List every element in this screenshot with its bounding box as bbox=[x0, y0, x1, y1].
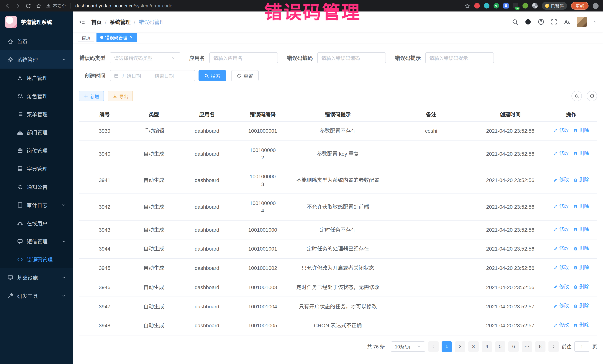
header-search-icon[interactable] bbox=[512, 18, 518, 25]
sidebar-item-sms[interactable]: 短信管理 bbox=[0, 232, 73, 250]
delete-link[interactable]: 删除 bbox=[573, 245, 589, 252]
delete-link[interactable]: 删除 bbox=[573, 322, 589, 329]
help-icon[interactable] bbox=[538, 18, 544, 25]
edit-link[interactable]: 修改 bbox=[553, 245, 569, 252]
search-button[interactable]: 搜索 bbox=[198, 70, 226, 81]
avatar-caret-icon[interactable] bbox=[593, 20, 597, 23]
edit-link[interactable]: 修改 bbox=[553, 322, 569, 329]
edit-link[interactable]: 修改 bbox=[553, 283, 569, 290]
edit-icon bbox=[553, 151, 558, 156]
green-v-extension-icon[interactable]: V bbox=[493, 3, 499, 9]
message-icon bbox=[17, 238, 23, 244]
filter-group-code: 错误码编码 请输入错误码编码 bbox=[287, 52, 386, 63]
page-button-8[interactable]: 8 bbox=[535, 342, 545, 352]
goto-page-input[interactable]: 1 bbox=[574, 342, 589, 352]
address-bar[interactable]: dashboard.yudao.iocoder.cn/system/error-… bbox=[75, 3, 172, 8]
edit-link[interactable]: 修改 bbox=[553, 127, 569, 134]
page-ellipsis[interactable]: ··· bbox=[522, 342, 532, 352]
sidebar-item-post[interactable]: 岗位管理 bbox=[0, 141, 73, 159]
error-type-select[interactable]: 请选择错误码类型 bbox=[110, 52, 180, 63]
delete-link[interactable]: 删除 bbox=[573, 150, 589, 157]
delete-link[interactable]: 删除 bbox=[573, 203, 589, 210]
app-name-input[interactable]: 请输入应用名 bbox=[209, 52, 278, 63]
red-circle-extension-icon[interactable] bbox=[474, 3, 480, 9]
sidebar-fold-button[interactable] bbox=[79, 18, 85, 25]
user-avatar[interactable] bbox=[577, 16, 587, 27]
cell-msg: 定时任务的处理器已经存在 bbox=[289, 239, 387, 258]
sidebar-item-dept[interactable]: 部门管理 bbox=[0, 123, 73, 141]
paused-badge[interactable]: 已暂停 bbox=[542, 2, 567, 10]
browser-update-button[interactable]: 更新 bbox=[571, 2, 589, 10]
edit-link[interactable]: 修改 bbox=[553, 150, 569, 157]
blue-grid-extension-icon[interactable] bbox=[503, 3, 509, 9]
cell-code: 1001001001 bbox=[237, 239, 289, 258]
page-button-2[interactable]: 2 bbox=[455, 342, 465, 352]
prev-page-button[interactable] bbox=[428, 342, 439, 352]
edit-link[interactable]: 修改 bbox=[553, 203, 569, 210]
green-leaf-extension-icon[interactable] bbox=[522, 3, 528, 9]
browser-toolbar-right: Von 已暂停 更新 bbox=[464, 2, 599, 10]
cell-actions: 修改删除 bbox=[545, 141, 597, 167]
edit-link[interactable]: 修改 bbox=[553, 177, 569, 184]
sidebar-item-system[interactable]: 系统管理 bbox=[0, 50, 73, 69]
error-code-input[interactable]: 请输入错误码编码 bbox=[317, 52, 386, 63]
browser-home-icon[interactable] bbox=[36, 3, 42, 9]
breadcrumb-item[interactable]: 首页 bbox=[91, 18, 102, 25]
security-indicator[interactable]: 不安全 bbox=[46, 3, 66, 9]
tab-home[interactable]: 首页 bbox=[78, 33, 94, 42]
edit-link[interactable]: 修改 bbox=[553, 226, 569, 233]
error-msg-input[interactable]: 请输入错误码提示 bbox=[425, 52, 494, 63]
refresh-table-button[interactable] bbox=[587, 91, 597, 101]
column-header: 类型 bbox=[130, 107, 177, 121]
delete-link[interactable]: 删除 bbox=[573, 127, 589, 134]
sidebar-item-audit-log[interactable]: 审计日志 bbox=[0, 196, 73, 214]
refresh-icon bbox=[590, 94, 594, 99]
delete-link[interactable]: 删除 bbox=[573, 226, 589, 233]
toggle-search-button[interactable] bbox=[571, 91, 582, 101]
font-size-icon[interactable] bbox=[564, 18, 570, 25]
table-body: 3939手动编辑dashboard1001000001参数配置不存在ceshi2… bbox=[79, 121, 597, 335]
next-page-button[interactable] bbox=[548, 342, 559, 352]
sidebar-item-user[interactable]: 用户管理 bbox=[0, 69, 73, 87]
sidebar-item-home[interactable]: 首页 bbox=[0, 32, 73, 50]
dark-on-extension-icon[interactable]: on bbox=[513, 3, 518, 9]
breadcrumb-item[interactable]: 系统管理 bbox=[110, 18, 131, 25]
browser-reload-icon[interactable] bbox=[25, 3, 31, 9]
export-button[interactable]: 导出 bbox=[108, 91, 133, 101]
delete-link[interactable]: 删除 bbox=[573, 177, 589, 184]
tab-error-code[interactable]: 错误码管理 bbox=[96, 33, 137, 42]
sidebar-item-online-user[interactable]: 在线用户 bbox=[0, 214, 73, 232]
page-button-4[interactable]: 4 bbox=[482, 342, 492, 352]
page-button-1[interactable]: 1 bbox=[441, 342, 452, 352]
sidebar-item-notice[interactable]: 通知公告 bbox=[0, 177, 73, 196]
app-title: 芋道管理系统 bbox=[21, 18, 52, 26]
teal-drop-extension-icon[interactable] bbox=[484, 3, 489, 9]
page-button-3[interactable]: 3 bbox=[468, 342, 479, 352]
bookmark-star-icon[interactable] bbox=[464, 3, 470, 9]
delete-link[interactable]: 删除 bbox=[573, 264, 589, 271]
page-button-5[interactable]: 5 bbox=[495, 342, 505, 352]
delete-link[interactable]: 删除 bbox=[573, 303, 589, 310]
create-time-range-picker[interactable]: 开始日期 - 结束日期 bbox=[110, 70, 195, 81]
add-button[interactable]: 新增 bbox=[79, 91, 104, 101]
page-button-6[interactable]: 6 bbox=[508, 342, 519, 352]
reset-button[interactable]: 重置 bbox=[231, 70, 259, 81]
delete-link[interactable]: 删除 bbox=[573, 283, 589, 290]
browser-profile-avatar[interactable] bbox=[593, 3, 599, 9]
fullscreen-icon[interactable] bbox=[551, 18, 557, 25]
sidebar-item-menu[interactable]: 菜单管理 bbox=[0, 105, 73, 123]
page-size-select[interactable]: 10条/页 bbox=[391, 342, 425, 352]
close-icon[interactable] bbox=[129, 35, 133, 39]
browser-back-icon[interactable] bbox=[4, 3, 10, 9]
sidebar-item-error-code[interactable]: 错误码管理 bbox=[0, 250, 73, 268]
app-logo[interactable]: 芋道管理系统 bbox=[0, 11, 73, 32]
browser-forward-icon[interactable] bbox=[15, 3, 21, 9]
sidebar-item-infra[interactable]: 基础设施 bbox=[0, 268, 73, 287]
sidebar-item-role[interactable]: 角色管理 bbox=[0, 87, 73, 105]
edit-link[interactable]: 修改 bbox=[553, 264, 569, 271]
sidebar-item-devtools[interactable]: 研发工具 bbox=[0, 287, 73, 305]
edit-link[interactable]: 修改 bbox=[553, 303, 569, 310]
sidebar-item-dict[interactable]: 字典管理 bbox=[0, 159, 73, 177]
github-icon[interactable] bbox=[525, 18, 531, 25]
pinwheel-extension-icon[interactable] bbox=[532, 3, 537, 9]
